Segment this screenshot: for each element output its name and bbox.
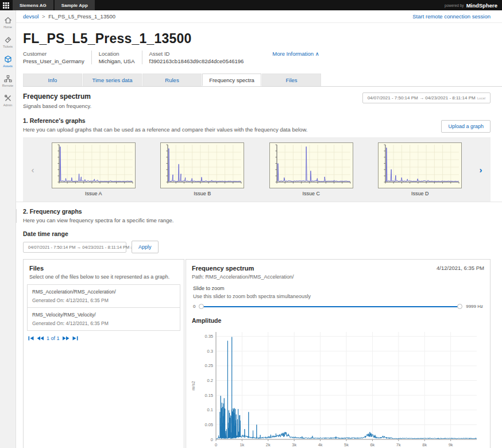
breadcrumb-root-link[interactable]: devsol bbox=[23, 13, 38, 20]
reference-thumbnail-issue-a[interactable]: Issue A bbox=[52, 142, 136, 196]
svg-text:0.35: 0.35 bbox=[204, 334, 213, 339]
file-generated-on: Generated On: 4/12/2021, 6:35 PM bbox=[32, 320, 175, 326]
sidebar-item-home[interactable]: Home bbox=[0, 13, 16, 32]
field-value: Press_User_in_Germany bbox=[23, 58, 84, 64]
file-generated-on: Generated On: 4/12/2021, 6:35 PM bbox=[32, 298, 175, 303]
tab-frequency-spectra[interactable]: Frequency spectra bbox=[202, 74, 261, 86]
frequency-graphs-description: Here you can view frequency spectra for … bbox=[23, 217, 491, 223]
svg-text:1k: 1k bbox=[240, 442, 244, 447]
carousel-next-icon[interactable]: › bbox=[474, 165, 487, 175]
asset-fields: CustomerPress_User_in_GermanyLocationMic… bbox=[23, 51, 257, 64]
svg-text:0: 0 bbox=[211, 437, 213, 442]
spectrum-path: Path: RMS_Acceleration/RMS_Acceleration/ bbox=[186, 272, 490, 280]
svg-text:0.3: 0.3 bbox=[207, 349, 213, 354]
svg-text:4k: 4k bbox=[318, 442, 323, 447]
asset-field-location: LocationMichigan, USA bbox=[99, 51, 142, 64]
panel-expander-icon[interactable]: › bbox=[16, 209, 17, 223]
field-value: f3902163cb18463d9c82d4dce0546196 bbox=[149, 58, 244, 64]
tab-rules[interactable]: Rules bbox=[142, 74, 202, 86]
sidebar-item-admin[interactable]: Admin bbox=[0, 91, 16, 110]
last-page-icon[interactable] bbox=[72, 336, 78, 341]
carousel-prev-icon[interactable]: ‹ bbox=[26, 165, 39, 175]
file-name: RMS_Acceleration/RMS_Acceleration/ bbox=[32, 289, 175, 295]
sidebar-item-remote[interactable]: Remote bbox=[0, 71, 16, 91]
svg-text:5k: 5k bbox=[344, 442, 349, 447]
topbar-tab-0[interactable]: Siemens AG bbox=[13, 0, 53, 10]
svg-text:m/s2: m/s2 bbox=[191, 381, 196, 390]
sidebar-item-label: Remote bbox=[2, 84, 13, 87]
slider-handle-left[interactable] bbox=[199, 304, 204, 309]
sidebar-item-tickets[interactable]: Tickets bbox=[0, 32, 16, 52]
powered-by-label: powered by bbox=[445, 3, 464, 7]
app-launcher-icon[interactable] bbox=[0, 0, 11, 10]
tab-time-series-data[interactable]: Time series data bbox=[83, 74, 142, 86]
topbar-tab-1[interactable]: Sample App bbox=[55, 0, 95, 10]
svg-text:0.25: 0.25 bbox=[204, 363, 213, 368]
sidebar-item-label: Admin bbox=[3, 103, 13, 107]
topbar-tabs: Siemens AGSample App bbox=[11, 0, 95, 10]
zoom-slider[interactable] bbox=[199, 304, 462, 309]
sidebar-item-label: Tickets bbox=[3, 45, 13, 48]
asset-field-customer: CustomerPress_User_in_Germany bbox=[23, 51, 92, 64]
svg-text:7k: 7k bbox=[396, 442, 401, 447]
file-item-0[interactable]: RMS_Acceleration/RMS_Acceleration/Genera… bbox=[27, 284, 180, 308]
reference-thumbnails: Issue AIssue BIssue CIssue D bbox=[39, 142, 474, 196]
files-panel: Files Select one of the files below to s… bbox=[23, 259, 184, 448]
global-date-range-picker[interactable]: 04/07/2021 - 7:50:14 PM → 04/23/2021 - 8… bbox=[362, 92, 491, 103]
breadcrumb: devsol > FL_PS_L5_Press_1_13500 bbox=[23, 13, 115, 20]
more-information-link[interactable]: More Information ∧ bbox=[272, 51, 319, 57]
section-subtitle: Signals based on frequency. bbox=[23, 103, 91, 109]
topbar-branding: powered by MindSphere bbox=[445, 0, 502, 10]
next-page-icon[interactable] bbox=[63, 336, 69, 341]
first-page-icon[interactable] bbox=[28, 336, 34, 341]
svg-text:2k: 2k bbox=[266, 442, 271, 447]
field-label: Asset ID bbox=[149, 51, 244, 57]
breadcrumb-separator: > bbox=[42, 13, 45, 20]
slider-min-label: 0 bbox=[193, 304, 195, 309]
reference-carousel: ‹ Issue AIssue BIssue CIssue D › bbox=[23, 137, 491, 202]
spectrum-timestamp: 4/12/2021, 6:35 PM bbox=[437, 265, 484, 271]
reference-thumbnail-issue-d[interactable]: Issue D bbox=[378, 142, 462, 196]
date-time-range-input[interactable]: 04/07/2021 - 7:50:14 PM → 04/23/2021 - 8… bbox=[23, 242, 126, 253]
breadcrumb-row: devsol > FL_PS_L5_Press_1_13500 Start re… bbox=[16, 10, 502, 23]
field-label: Location bbox=[99, 51, 135, 57]
thumbnail-label: Issue D bbox=[411, 191, 429, 196]
previous-page-icon[interactable] bbox=[37, 336, 44, 341]
slider-max-label: 9999 Hz bbox=[466, 304, 483, 309]
network-icon bbox=[3, 74, 13, 83]
tab-files[interactable]: Files bbox=[262, 74, 321, 86]
page-title: FL_PS_L5_Press_1_13500 bbox=[23, 31, 491, 47]
chevron-up-icon: ∧ bbox=[315, 51, 319, 57]
file-name: RMS_Velocity/RMS_Velocity/ bbox=[32, 312, 175, 318]
reference-thumbnail-issue-b[interactable]: Issue B bbox=[160, 142, 244, 196]
zoom-slider-block: Slide to zoom Use this slider to zoom bo… bbox=[186, 280, 490, 309]
reference-graphs-description: Here you can upload graphs that can be u… bbox=[23, 126, 307, 133]
frequency-graphs-section: › 2. Frequency graphs Here you can view … bbox=[16, 202, 502, 253]
tab-info[interactable]: Info bbox=[23, 74, 82, 86]
amplitude-chart[interactable]: 00.050.10.150.20.250.30.3501k2k3k4k5k6k7… bbox=[186, 324, 490, 448]
spectrum-panel-title: Frequency spectrum bbox=[192, 265, 254, 272]
thumbnail-label: Issue A bbox=[85, 191, 102, 196]
sidebar-item-label: Home bbox=[3, 25, 12, 29]
sidebar-item-label: Assets bbox=[3, 64, 13, 68]
slider-handle-right[interactable] bbox=[457, 304, 462, 309]
frequency-spectrum-panel: Frequency spectrum 4/12/2021, 6:35 PM Pa… bbox=[186, 259, 491, 448]
sidebar-item-assets[interactable]: Assets bbox=[0, 52, 16, 71]
breadcrumb-current: FL_PS_L5_Press_1_13500 bbox=[48, 13, 115, 20]
files-pagination: 1 of 1 bbox=[24, 331, 184, 346]
svg-text:0: 0 bbox=[215, 442, 217, 447]
svg-text:6k: 6k bbox=[370, 442, 374, 447]
app-page: Siemens AGSample App powered by MindSphe… bbox=[0, 0, 502, 448]
files-panel-description: Select one of the files below to see it … bbox=[29, 274, 178, 280]
file-item-1[interactable]: RMS_Velocity/RMS_Velocity/Generated On: … bbox=[27, 307, 180, 331]
reference-thumbnail-issue-c[interactable]: Issue C bbox=[269, 142, 353, 196]
svg-text:0.05: 0.05 bbox=[204, 422, 213, 427]
left-sidebar: HomeTicketsAssetsRemoteAdmin bbox=[0, 10, 16, 448]
apply-button[interactable]: Apply bbox=[132, 241, 159, 253]
graphs-panels: Files Select one of the files below to s… bbox=[23, 259, 491, 448]
tools-icon bbox=[3, 94, 13, 103]
start-remote-connection-link[interactable]: Start remote connection session bbox=[412, 13, 491, 20]
asset-cube-icon bbox=[3, 55, 13, 64]
amplitude-chart-title: Amplitude bbox=[186, 309, 490, 324]
upload-graph-button[interactable]: Upload a graph bbox=[441, 120, 491, 133]
